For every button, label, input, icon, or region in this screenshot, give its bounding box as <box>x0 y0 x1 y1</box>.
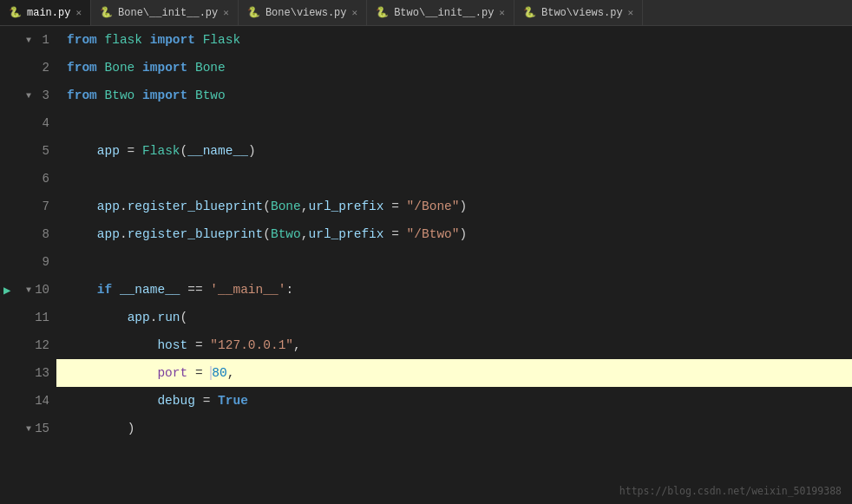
gutter-line-9: 9 <box>0 248 56 276</box>
code-line-14: debug = True <box>56 387 852 415</box>
token-comma-8: , <box>301 227 309 241</box>
token-host-12: host <box>157 338 187 352</box>
editor-area: ▼ 1 2 ▼ 3 4 5 6 7 8 <box>0 26 852 504</box>
line-num-9: 9 <box>32 255 49 269</box>
token-space-2c <box>187 61 195 75</box>
py-icon-bone-init: 🐍 <box>100 6 113 19</box>
code-line-11: app . run ( <box>56 304 852 331</box>
gutter-line-2: 2 <box>0 54 56 82</box>
close-tab-btwo-init[interactable]: ✕ <box>499 7 505 18</box>
line-num-14: 14 <box>32 394 49 408</box>
code-line-4 <box>56 109 852 137</box>
token-paren-5a: ( <box>180 144 188 158</box>
line-num-13: 13 <box>32 366 49 380</box>
token-indent-11 <box>67 311 128 324</box>
token-flask-1: flask <box>105 33 143 47</box>
tab-btwo-init[interactable]: 🐍 Btwo\__init__.py ✕ <box>367 0 514 25</box>
code-line-9 <box>56 248 852 276</box>
close-tab-bone-views[interactable]: ✕ <box>352 7 358 18</box>
token-comma-13: , <box>227 366 235 380</box>
token-dot-11: . <box>150 311 158 324</box>
gutter-line-14: 14 <box>0 387 56 415</box>
watermark: https://blog.csdn.net/weixin_50199388 <box>619 485 842 497</box>
token-import-1: import <box>150 33 195 47</box>
gutter-line-11: 11 <box>0 304 56 331</box>
tab-btwo-views[interactable]: 🐍 Btwo\views.py ✕ <box>514 0 643 25</box>
token-if-10: if <box>97 283 112 297</box>
tab-main-py[interactable]: 🐍 main.py ✕ <box>0 0 91 25</box>
token-port-13: port <box>157 366 187 380</box>
token-from-1: from <box>67 33 97 47</box>
token-app-8: app <box>97 227 120 241</box>
token-empty-4 <box>67 116 75 130</box>
token-urlprefix-8: url_prefix <box>308 227 383 241</box>
token-eq2-8: = <box>384 227 407 241</box>
token-space-2a <box>97 61 105 75</box>
token-ipstr-12: "127.0.0.1" <box>210 338 293 352</box>
fold-icon-1[interactable]: ▼ <box>26 36 31 45</box>
token-indent-8 <box>67 227 97 241</box>
token-name-10: __name__ <box>120 283 180 297</box>
token-space-1a <box>97 33 105 47</box>
token-indent-7 <box>67 200 97 213</box>
code-line-13: port = 80 , <box>56 359 852 387</box>
code-line-3: from Btwo import Btwo <box>56 82 852 109</box>
gutter-line-1: ▼ 1 <box>0 26 56 54</box>
gutter-line-8: 8 <box>0 220 56 248</box>
gutter-line-15: ▼ 15 <box>0 415 56 442</box>
token-space-1b <box>142 33 150 47</box>
token-from-3: from <box>67 88 97 102</box>
run-arrow-10[interactable]: ▶ <box>3 283 10 298</box>
token-paren-8a: ( <box>263 227 271 241</box>
token-indent-5 <box>67 144 97 158</box>
code-line-15: ) <box>56 415 852 442</box>
gutter-line-13: 13 <box>0 359 56 387</box>
token-str-7: "/Bone" <box>407 200 460 213</box>
token-colon-10: : <box>285 283 293 297</box>
token-paren-11: ( <box>180 311 188 324</box>
token-debug-14: debug <box>157 394 195 408</box>
token-paren-7b: ) <box>460 200 468 213</box>
fold-icon-10[interactable]: ▼ <box>26 285 31 295</box>
line-num-3: 3 <box>32 88 49 102</box>
token-import-2: import <box>142 61 187 75</box>
token-empty-6 <box>67 172 75 186</box>
tab-bar: 🐍 main.py ✕ 🐍 Bone\__init__.py ✕ 🐍 Bone\… <box>0 0 852 26</box>
token-register-7: register_blueprint <box>128 200 264 213</box>
code-line-6 <box>56 165 852 193</box>
code-line-12: host = "127.0.0.1" , <box>56 331 852 359</box>
close-tab-main[interactable]: ✕ <box>75 7 82 18</box>
tab-bone-init[interactable]: 🐍 Bone\__init__.py ✕ <box>91 0 239 25</box>
gutter-line-12: 12 <box>0 331 56 359</box>
token-indent-10 <box>67 283 97 297</box>
close-tab-bone-init[interactable]: ✕ <box>223 7 229 18</box>
code-line-7: app . register_blueprint ( Bone , url_pr… <box>56 193 852 220</box>
token-comma-7: , <box>301 200 309 213</box>
tab-label-btwo-views: Btwo\views.py <box>541 7 623 19</box>
token-app-11: app <box>128 311 150 324</box>
token-from-2: from <box>67 61 97 75</box>
token-indent-13 <box>67 366 157 380</box>
token-str-8: "/Btwo" <box>407 227 460 241</box>
fold-icon-15[interactable]: ▼ <box>26 424 31 434</box>
token-dot-8: . <box>120 227 128 241</box>
tab-bone-views[interactable]: 🐍 Bone\views.py ✕ <box>239 0 367 25</box>
gutter-line-5: 5 <box>0 137 56 165</box>
token-Bone-mod-2: Bone <box>105 61 135 75</box>
gutter-line-4: 4 <box>0 109 56 137</box>
fold-icon-3[interactable]: ▼ <box>26 91 31 101</box>
close-tab-btwo-views[interactable]: ✕ <box>628 7 634 18</box>
token-space-1c <box>195 33 203 47</box>
code-content[interactable]: from flask import Flask from Bone import… <box>56 26 852 504</box>
token-indent-12 <box>67 338 157 352</box>
token-eq-14: = <box>195 394 218 408</box>
line-num-8: 8 <box>32 227 49 241</box>
tab-label-bone-views: Bone\views.py <box>265 7 347 19</box>
token-Flask-1: Flask <box>203 33 241 47</box>
token-Bone-cls-2: Bone <box>195 61 226 75</box>
token-eq-5: = <box>120 144 142 158</box>
line-num-2: 2 <box>32 61 49 75</box>
line-num-1: 1 <box>32 33 49 47</box>
token-indent-15 <box>67 422 128 435</box>
token-space-2b <box>134 61 142 75</box>
